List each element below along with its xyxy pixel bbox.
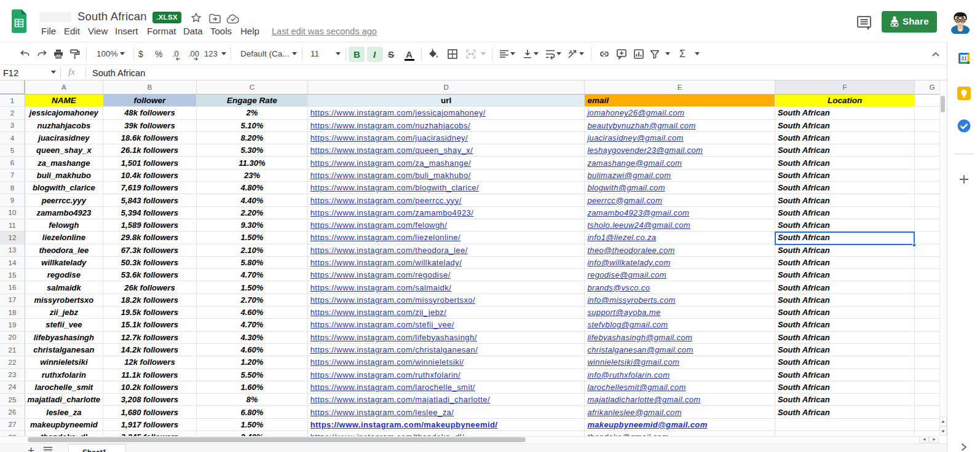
svg-text:A: A — [569, 49, 573, 55]
svg-text:31: 31 — [961, 55, 967, 61]
